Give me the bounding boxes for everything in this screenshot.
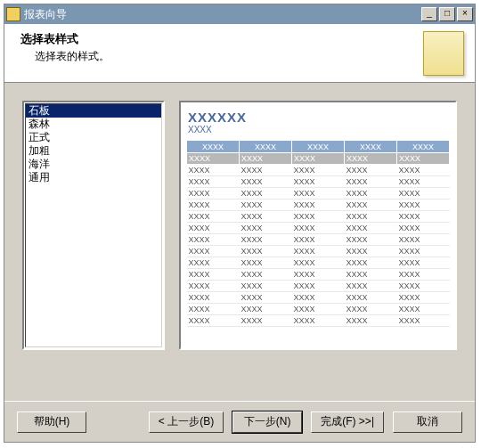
style-option[interactable]: 石板 [26,104,161,118]
style-option[interactable]: 加粗 [26,144,161,158]
app-icon [6,7,20,21]
help-button[interactable]: 帮助(H) [17,411,86,433]
style-option[interactable]: 正式 [26,131,161,144]
wizard-header: 选择表样式 选择表的样式。 [4,24,475,83]
cancel-button[interactable]: 取消 [393,411,462,433]
style-option[interactable]: 通用 [26,171,161,184]
style-option[interactable]: 森林 [26,118,161,131]
next-button[interactable]: 下一步(N) [232,411,302,433]
wizard-window: 报表向导 _ □ × 选择表样式 选择表的样式。 石板森林正式加粗海洋通用 XX… [4,4,476,443]
content-area: 石板森林正式加粗海洋通用 XXXXXX XXXX XXXXXXXXXXXXXXX… [4,83,475,401]
preview-table: XXXXXXXXXXXXXXXXXXXXXXXXXXXXXXXXXXXXXXXX… [186,140,450,327]
preview-title: XXXXXX [188,110,450,125]
window-title: 报表向导 [24,7,67,22]
style-preview: XXXXXX XXXX XXXXXXXXXXXXXXXXXXXXXXXXXXXX… [179,101,457,350]
style-option[interactable]: 海洋 [26,158,161,171]
header-icon [423,31,464,76]
page-subtitle: 选择表的样式。 [35,49,110,64]
maximize-button[interactable]: □ [439,7,455,21]
finish-button[interactable]: 完成(F) >>| [311,411,384,433]
button-bar: 帮助(H) < 上一步(B) 下一步(N) 完成(F) >>| 取消 [4,401,475,442]
preview-sub: XXXX [188,125,450,134]
style-listbox[interactable]: 石板森林正式加粗海洋通用 [22,101,165,350]
back-button[interactable]: < 上一步(B) [149,411,224,433]
page-title: 选择表样式 [20,31,110,47]
close-button[interactable]: × [457,7,473,21]
titlebar: 报表向导 _ □ × [4,4,475,24]
minimize-button[interactable]: _ [421,7,437,21]
